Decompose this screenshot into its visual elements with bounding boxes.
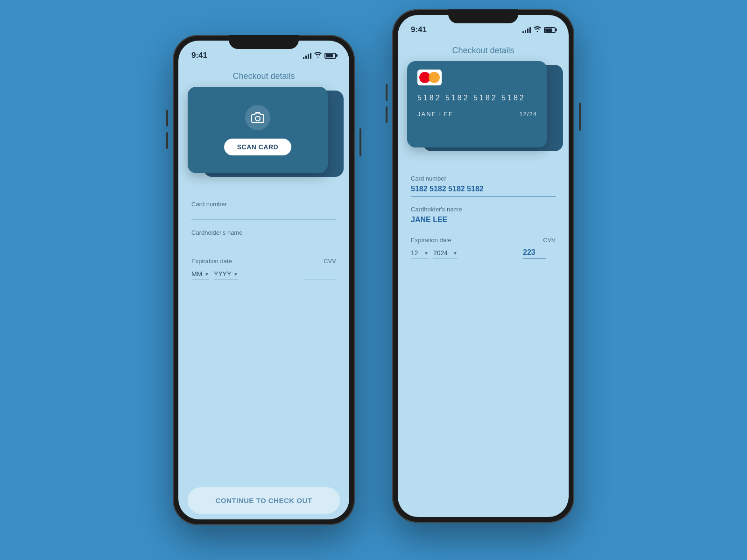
year-select-right[interactable]: YYYY 2024 20252026	[433, 249, 451, 257]
expiry-cvv-row: MM 010203 040506 070809 101112 ▼	[191, 267, 336, 280]
card-number-field-right: Card number 5182 5182 5182 5182	[411, 175, 556, 196]
year-select-left[interactable]: YYYY 202420252026 20272028	[214, 270, 232, 278]
right-side-button-right	[579, 103, 581, 131]
cvv-input-left[interactable]	[303, 271, 336, 280]
camera-wrapper: SCAN CARD	[224, 105, 292, 155]
mc-orange-circle	[429, 72, 440, 83]
right-side-button	[359, 128, 361, 156]
battery-icon-right	[544, 27, 556, 33]
month-select-right[interactable]: MM 12 010203	[411, 249, 422, 257]
cvv-label-right: CVV	[543, 237, 556, 244]
expiry-label-left: Expiration date	[191, 258, 232, 265]
cvv-value-right[interactable]: 223	[523, 248, 546, 259]
cardholder-label-left: Cardholder's name	[191, 229, 336, 236]
card-stack-left: SCAN CARD	[188, 87, 340, 189]
cardholder-input-left[interactable]	[191, 239, 336, 248]
month-dropdown-left[interactable]: MM 010203 040506 070809 101112 ▼	[191, 270, 209, 280]
card-number-field-left: Card number	[191, 201, 336, 220]
cvv-label-left: CVV	[324, 258, 336, 265]
page-title-right: Checkout details	[398, 38, 569, 61]
card-stack-right: 5182 5182 5182 5182 JANE LEE 12/24	[407, 61, 559, 164]
card-area-right: 5182 5182 5182 5182 JANE LEE 12/24	[407, 61, 559, 164]
expiry-cvv-group-right: Expiration date CVV MM 12 010203	[411, 237, 556, 259]
card-front-scan: SCAN CARD	[188, 87, 328, 173]
cardholder-field-left: Cardholder's name	[191, 229, 336, 248]
year-dropdown-right[interactable]: YYYY 2024 20252026 ▼	[433, 249, 458, 259]
page-title-left: Checkout details	[178, 64, 349, 87]
card-expiry: 12/24	[519, 111, 537, 118]
left-side-buttons-right	[386, 84, 388, 123]
signal-icon	[303, 53, 311, 59]
expiry-dropdowns-left: MM 010203 040506 070809 101112 ▼	[191, 270, 298, 280]
battery-icon	[324, 53, 336, 59]
cardholder-label-right: Cardholder's name	[411, 206, 556, 213]
camera-icon	[251, 112, 264, 123]
notch	[229, 35, 299, 49]
status-icons-left	[303, 52, 336, 59]
cvv-section-right: 223	[523, 248, 556, 259]
status-icons-right	[522, 26, 556, 34]
camera-icon-circle	[245, 105, 270, 130]
form-left: Card number Cardholder's name Expiration…	[178, 189, 349, 482]
phone-right-screen: 9:41	[398, 15, 569, 517]
year-arrow-right: ▼	[453, 251, 458, 256]
card-holder-name: JANE LEE	[417, 111, 453, 118]
mastercard-logo	[417, 70, 442, 85]
card-area-left: SCAN CARD	[188, 87, 340, 189]
expiry-cvv-labels-right: Expiration date CVV	[411, 237, 556, 246]
card-number-label-right: Card number	[411, 175, 556, 182]
month-arrow-right: ▼	[424, 251, 429, 256]
card-number-on-card: 5182 5182 5182 5182	[417, 94, 537, 102]
signal-icon-right	[522, 27, 531, 33]
expiry-section-right: MM 12 010203 ▼ YYYY 2024	[411, 246, 517, 259]
scene: 9:41	[0, 0, 747, 560]
card-number-value-right[interactable]: 5182 5182 5182 5182	[411, 185, 556, 196]
card-front-filled: 5182 5182 5182 5182 JANE LEE 12/24	[407, 61, 547, 147]
card-number-input-left[interactable]	[191, 210, 336, 220]
form-right: Card number 5182 5182 5182 5182 Cardhold…	[398, 164, 569, 517]
year-arrow-left: ▼	[233, 272, 238, 277]
expiry-dropdowns-right: MM 12 010203 ▼ YYYY 2024	[411, 249, 517, 259]
card-number-label-left: Card number	[191, 201, 336, 208]
continue-button-left[interactable]: CONTINUE TO CHECK OUT	[188, 487, 340, 514]
month-select-left[interactable]: MM 010203 040506 070809 101112	[191, 270, 203, 278]
wifi-icon	[314, 52, 322, 59]
status-time-right: 9:41	[411, 25, 427, 35]
expiry-cvv-row-right: MM 12 010203 ▼ YYYY 2024	[411, 246, 556, 259]
month-arrow-left: ▼	[204, 272, 209, 277]
cardholder-field-right: Cardholder's name JANE LEE	[411, 206, 556, 227]
notch-right	[448, 9, 518, 23]
phone-left-screen: 9:41	[178, 41, 349, 519]
expiry-cvv-group-left: Expiration date CVV MM 010203 040506	[191, 258, 336, 280]
cvv-section-left	[303, 271, 336, 280]
status-time-left: 9:41	[191, 51, 207, 60]
expiry-label-right: Expiration date	[411, 237, 451, 244]
expiry-section-left: MM 010203 040506 070809 101112 ▼	[191, 267, 298, 280]
left-side-buttons	[166, 110, 168, 149]
cardholder-value-right[interactable]: JANE LEE	[411, 216, 556, 227]
phone-left: 9:41	[173, 35, 355, 525]
expiry-cvv-labels: Expiration date CVV	[191, 258, 336, 267]
month-dropdown-right[interactable]: MM 12 010203 ▼	[411, 249, 429, 259]
wifi-icon-right	[534, 26, 541, 34]
year-dropdown-left[interactable]: YYYY 202420252026 20272028 ▼	[214, 270, 238, 280]
phone-right: 9:41	[392, 9, 574, 523]
card-bottom-info: JANE LEE 12/24	[417, 111, 537, 118]
scan-card-button[interactable]: SCAN CARD	[224, 139, 292, 155]
